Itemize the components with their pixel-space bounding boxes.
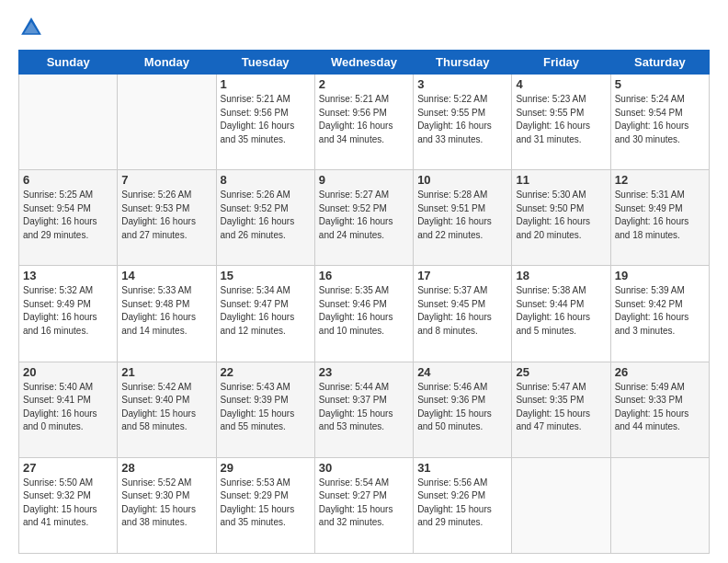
calendar-cell: 11Sunrise: 5:30 AM Sunset: 9:50 PM Dayli…: [512, 170, 610, 266]
calendar-cell: 8Sunrise: 5:26 AM Sunset: 9:52 PM Daylig…: [216, 170, 314, 266]
header: [18, 15, 710, 40]
calendar-cell: 4Sunrise: 5:23 AM Sunset: 9:55 PM Daylig…: [512, 75, 610, 170]
day-number: 14: [121, 269, 211, 282]
weekday-header-wednesday: Wednesday: [314, 51, 413, 75]
day-info: Sunrise: 5:46 AM Sunset: 9:36 PM Dayligh…: [417, 381, 507, 434]
calendar-cell: 19Sunrise: 5:39 AM Sunset: 9:42 PM Dayli…: [610, 266, 709, 362]
day-info: Sunrise: 5:34 AM Sunset: 9:47 PM Dayligh…: [221, 284, 311, 338]
day-info: Sunrise: 5:38 AM Sunset: 9:44 PM Dayligh…: [516, 284, 606, 338]
day-info: Sunrise: 5:56 AM Sunset: 9:26 PM Dayligh…: [417, 477, 507, 530]
calendar-header: SundayMondayTuesdayWednesdayThursdayFrid…: [19, 51, 710, 75]
calendar-cell: 25Sunrise: 5:47 AM Sunset: 9:35 PM Dayli…: [512, 362, 610, 457]
day-info: Sunrise: 5:43 AM Sunset: 9:39 PM Dayligh…: [221, 381, 311, 434]
calendar-cell: 20Sunrise: 5:40 AM Sunset: 9:41 PM Dayli…: [19, 362, 118, 457]
day-number: 2: [319, 77, 409, 91]
day-info: Sunrise: 5:25 AM Sunset: 9:54 PM Dayligh…: [23, 189, 113, 242]
day-number: 11: [516, 173, 606, 187]
day-info: Sunrise: 5:26 AM Sunset: 9:53 PM Dayligh…: [121, 189, 211, 242]
day-number: 18: [516, 269, 606, 282]
day-number: 22: [221, 365, 311, 379]
day-number: 21: [121, 365, 211, 379]
day-info: Sunrise: 5:49 AM Sunset: 9:33 PM Dayligh…: [615, 381, 705, 434]
calendar-cell: 29Sunrise: 5:53 AM Sunset: 9:29 PM Dayli…: [216, 457, 314, 553]
weekday-header-monday: Monday: [118, 51, 216, 75]
week-row-5: 27Sunrise: 5:50 AM Sunset: 9:32 PM Dayli…: [19, 457, 710, 553]
week-row-3: 13Sunrise: 5:32 AM Sunset: 9:49 PM Dayli…: [19, 266, 710, 362]
day-info: Sunrise: 5:23 AM Sunset: 9:55 PM Dayligh…: [516, 93, 606, 146]
weekday-header-friday: Friday: [512, 51, 610, 75]
day-number: 25: [516, 365, 606, 379]
day-info: Sunrise: 5:39 AM Sunset: 9:42 PM Dayligh…: [615, 284, 705, 338]
calendar-cell: 27Sunrise: 5:50 AM Sunset: 9:32 PM Dayli…: [19, 457, 118, 553]
calendar-cell: 10Sunrise: 5:28 AM Sunset: 9:51 PM Dayli…: [414, 170, 512, 266]
day-number: 6: [23, 173, 113, 187]
day-info: Sunrise: 5:28 AM Sunset: 9:51 PM Dayligh…: [417, 189, 507, 242]
calendar-cell: 14Sunrise: 5:33 AM Sunset: 9:48 PM Dayli…: [118, 266, 216, 362]
day-info: Sunrise: 5:24 AM Sunset: 9:54 PM Dayligh…: [615, 93, 705, 146]
calendar-cell: 26Sunrise: 5:49 AM Sunset: 9:33 PM Dayli…: [610, 362, 709, 457]
day-number: 15: [221, 269, 311, 282]
day-number: 30: [319, 461, 409, 475]
calendar-cell: 22Sunrise: 5:43 AM Sunset: 9:39 PM Dayli…: [216, 362, 314, 457]
calendar-cell: 6Sunrise: 5:25 AM Sunset: 9:54 PM Daylig…: [19, 170, 118, 266]
day-number: 7: [121, 173, 211, 187]
day-info: Sunrise: 5:40 AM Sunset: 9:41 PM Dayligh…: [23, 381, 113, 434]
day-number: 28: [121, 461, 211, 475]
calendar-cell: 1Sunrise: 5:21 AM Sunset: 9:56 PM Daylig…: [216, 75, 314, 170]
calendar-cell: 9Sunrise: 5:27 AM Sunset: 9:52 PM Daylig…: [314, 170, 413, 266]
week-row-4: 20Sunrise: 5:40 AM Sunset: 9:41 PM Dayli…: [19, 362, 710, 457]
day-info: Sunrise: 5:53 AM Sunset: 9:29 PM Dayligh…: [221, 477, 311, 530]
weekday-header-thursday: Thursday: [414, 51, 512, 75]
day-info: Sunrise: 5:32 AM Sunset: 9:49 PM Dayligh…: [23, 284, 113, 338]
day-number: 24: [417, 365, 507, 379]
calendar-body: 1Sunrise: 5:21 AM Sunset: 9:56 PM Daylig…: [19, 75, 710, 554]
day-info: Sunrise: 5:50 AM Sunset: 9:32 PM Dayligh…: [23, 477, 113, 530]
calendar-cell: 16Sunrise: 5:35 AM Sunset: 9:46 PM Dayli…: [314, 266, 413, 362]
day-number: 31: [417, 461, 507, 475]
calendar-cell: [19, 75, 118, 170]
day-info: Sunrise: 5:26 AM Sunset: 9:52 PM Dayligh…: [221, 189, 311, 242]
weekday-header-saturday: Saturday: [610, 51, 709, 75]
day-info: Sunrise: 5:44 AM Sunset: 9:37 PM Dayligh…: [319, 381, 409, 434]
day-info: Sunrise: 5:27 AM Sunset: 9:52 PM Dayligh…: [319, 189, 409, 242]
page: SundayMondayTuesdayWednesdayThursdayFrid…: [0, 0, 728, 563]
day-info: Sunrise: 5:31 AM Sunset: 9:49 PM Dayligh…: [615, 189, 705, 242]
day-number: 5: [615, 77, 705, 91]
calendar-cell: [512, 457, 610, 553]
day-info: Sunrise: 5:47 AM Sunset: 9:35 PM Dayligh…: [516, 381, 606, 434]
calendar-cell: 31Sunrise: 5:56 AM Sunset: 9:26 PM Dayli…: [414, 457, 512, 553]
calendar-cell: 5Sunrise: 5:24 AM Sunset: 9:54 PM Daylig…: [610, 75, 709, 170]
calendar-cell: 2Sunrise: 5:21 AM Sunset: 9:56 PM Daylig…: [314, 75, 413, 170]
day-number: 10: [417, 173, 507, 187]
calendar-cell: [118, 75, 216, 170]
calendar-cell: [610, 457, 709, 553]
day-info: Sunrise: 5:54 AM Sunset: 9:27 PM Dayligh…: [319, 477, 409, 530]
day-info: Sunrise: 5:21 AM Sunset: 9:56 PM Dayligh…: [319, 93, 409, 146]
calendar-cell: 12Sunrise: 5:31 AM Sunset: 9:49 PM Dayli…: [610, 170, 709, 266]
weekday-row: SundayMondayTuesdayWednesdayThursdayFrid…: [19, 51, 710, 75]
calendar-cell: 23Sunrise: 5:44 AM Sunset: 9:37 PM Dayli…: [314, 362, 413, 457]
calendar-cell: 18Sunrise: 5:38 AM Sunset: 9:44 PM Dayli…: [512, 266, 610, 362]
day-info: Sunrise: 5:42 AM Sunset: 9:40 PM Dayligh…: [121, 381, 211, 434]
weekday-header-tuesday: Tuesday: [216, 51, 314, 75]
day-number: 12: [615, 173, 705, 187]
calendar-cell: 30Sunrise: 5:54 AM Sunset: 9:27 PM Dayli…: [314, 457, 413, 553]
week-row-2: 6Sunrise: 5:25 AM Sunset: 9:54 PM Daylig…: [19, 170, 710, 266]
day-number: 4: [516, 77, 606, 91]
day-number: 27: [23, 461, 113, 475]
day-info: Sunrise: 5:52 AM Sunset: 9:30 PM Dayligh…: [121, 477, 211, 530]
calendar-cell: 24Sunrise: 5:46 AM Sunset: 9:36 PM Dayli…: [414, 362, 512, 457]
day-info: Sunrise: 5:37 AM Sunset: 9:45 PM Dayligh…: [417, 284, 507, 338]
day-info: Sunrise: 5:21 AM Sunset: 9:56 PM Dayligh…: [221, 93, 311, 146]
day-number: 9: [319, 173, 409, 187]
day-info: Sunrise: 5:33 AM Sunset: 9:48 PM Dayligh…: [121, 284, 211, 338]
calendar-cell: 28Sunrise: 5:52 AM Sunset: 9:30 PM Dayli…: [118, 457, 216, 553]
calendar-cell: 15Sunrise: 5:34 AM Sunset: 9:47 PM Dayli…: [216, 266, 314, 362]
day-info: Sunrise: 5:22 AM Sunset: 9:55 PM Dayligh…: [417, 93, 507, 146]
logo-icon: [18, 15, 44, 40]
day-info: Sunrise: 5:30 AM Sunset: 9:50 PM Dayligh…: [516, 189, 606, 242]
calendar-cell: 21Sunrise: 5:42 AM Sunset: 9:40 PM Dayli…: [118, 362, 216, 457]
calendar-cell: 7Sunrise: 5:26 AM Sunset: 9:53 PM Daylig…: [118, 170, 216, 266]
day-number: 23: [319, 365, 409, 379]
day-info: Sunrise: 5:35 AM Sunset: 9:46 PM Dayligh…: [319, 284, 409, 338]
